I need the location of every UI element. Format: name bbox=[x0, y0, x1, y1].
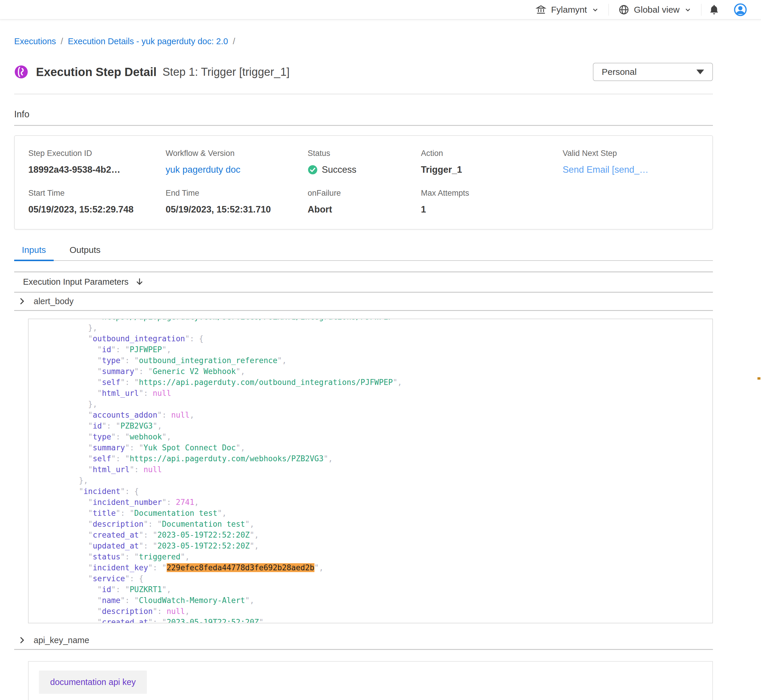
field-value: 05/19/2023, 15:52:29.748 bbox=[28, 204, 166, 215]
breadcrumb: Executions/Execution Details - yuk pager… bbox=[14, 36, 713, 46]
title-row: Execution Step Detail Step 1: Trigger [t… bbox=[14, 58, 713, 87]
page-title: Execution Step Detail bbox=[36, 66, 157, 79]
field-label: Start Time bbox=[28, 189, 166, 198]
status-text: Success bbox=[322, 164, 356, 175]
account-switcher[interactable]: Fylamynt bbox=[526, 4, 609, 15]
breadcrumb-link-0[interactable]: Executions bbox=[14, 36, 56, 46]
expander-alert-body[interactable]: alert_body bbox=[14, 293, 713, 311]
view-name: Global view bbox=[634, 5, 680, 15]
field-value: Abort bbox=[308, 204, 421, 215]
workflow-link[interactable]: yuk pagerduty doc bbox=[166, 164, 240, 175]
tab-inputs[interactable]: Inputs bbox=[14, 245, 54, 260]
field-label: End Time bbox=[166, 189, 308, 198]
expander-api-key-name[interactable]: api_key_name bbox=[14, 631, 713, 650]
account-name: Fylamynt bbox=[551, 5, 587, 15]
info-field-max-attempts: Max Attempts1 bbox=[421, 189, 563, 215]
field-label: Valid Next Step bbox=[562, 149, 699, 158]
main-content: Executions/Execution Details - yuk pager… bbox=[14, 36, 713, 700]
info-field- bbox=[562, 189, 699, 215]
info-card: Step Execution ID18992a43-9538-4b2…Workf… bbox=[14, 135, 713, 230]
title-divider bbox=[14, 94, 713, 94]
info-field-start-time: Start Time05/19/2023, 15:52:29.748 bbox=[28, 189, 166, 215]
caret-down-icon bbox=[697, 70, 704, 74]
user-avatar-button[interactable] bbox=[727, 3, 756, 16]
field-label: Workflow & Version bbox=[166, 149, 308, 158]
field-label: onFailure bbox=[308, 189, 421, 198]
top-header: Fylamynt Global view bbox=[0, 0, 761, 19]
info-field-workflow-version: Workflow & Versionyuk pagerduty doc bbox=[166, 149, 308, 175]
scope-select-value: Personal bbox=[602, 67, 637, 77]
bell-icon bbox=[708, 4, 720, 15]
api-key-name-chip[interactable]: documentation api key bbox=[39, 670, 147, 694]
scope-select[interactable]: Personal bbox=[593, 63, 713, 81]
success-check-icon bbox=[308, 165, 318, 175]
chevron-right-icon bbox=[18, 297, 26, 305]
info-field-status: StatusSuccess bbox=[308, 149, 421, 175]
globe-icon bbox=[618, 4, 629, 15]
notifications-button[interactable] bbox=[701, 4, 727, 15]
download-arrow-icon[interactable] bbox=[135, 278, 144, 286]
breadcrumb-link-1[interactable]: Execution Details - yuk pagerduty doc: 2… bbox=[68, 36, 228, 46]
fylamynt-logo-icon bbox=[14, 65, 28, 79]
chevron-down-icon bbox=[591, 6, 599, 14]
scrollbar-highlight-marker bbox=[758, 377, 760, 380]
field-label: Action bbox=[421, 149, 563, 158]
breadcrumb-separator: / bbox=[233, 36, 235, 46]
field-value: 18992a43-9538-4b2… bbox=[28, 164, 166, 175]
info-heading: Info bbox=[14, 109, 713, 120]
status-badge: Success bbox=[308, 164, 421, 175]
field-label: Status bbox=[308, 149, 421, 158]
json-code: "https://api.pagerduty.com/services/PUZK… bbox=[28, 319, 712, 623]
tab-outputs[interactable]: Outputs bbox=[62, 245, 108, 260]
expander-label: alert_body bbox=[34, 297, 74, 306]
params-title: Execution Input Parameters bbox=[23, 277, 128, 287]
next-step-link[interactable]: Send Email [send_… bbox=[562, 164, 648, 175]
field-value: Success bbox=[308, 164, 421, 175]
info-divider bbox=[14, 125, 713, 126]
field-value: 1 bbox=[421, 204, 563, 215]
expander-label: api_key_name bbox=[34, 636, 89, 645]
info-field-onfailure: onFailureAbort bbox=[308, 189, 421, 215]
api-key-name-box: documentation api key bbox=[28, 661, 713, 700]
chevron-down-icon bbox=[684, 6, 692, 14]
info-field-action: ActionTrigger_1 bbox=[421, 149, 563, 175]
page-subtitle: Step 1: Trigger [trigger_1] bbox=[163, 66, 290, 78]
field-value: yuk pagerduty doc bbox=[166, 164, 308, 175]
breadcrumb-separator: / bbox=[61, 36, 63, 46]
info-field-step-execution-id: Step Execution ID18992a43-9538-4b2… bbox=[28, 149, 166, 175]
bank-icon bbox=[536, 4, 546, 15]
chevron-right-icon bbox=[18, 636, 26, 644]
info-field-valid-next-step: Valid Next StepSend Email [send_… bbox=[562, 149, 699, 175]
info-grid: Step Execution ID18992a43-9538-4b2…Workf… bbox=[28, 149, 699, 215]
field-label: Max Attempts bbox=[421, 189, 563, 198]
field-value: 05/19/2023, 15:52:31.710 bbox=[166, 204, 308, 215]
alert-body-json-viewer[interactable]: "https://api.pagerduty.com/services/PUZK… bbox=[28, 319, 713, 623]
field-value: Trigger_1 bbox=[421, 164, 563, 175]
field-value: Send Email [send_… bbox=[562, 164, 699, 175]
execution-input-parameters-header: Execution Input Parameters bbox=[14, 272, 713, 293]
avatar-icon bbox=[734, 3, 747, 16]
view-switcher[interactable]: Global view bbox=[609, 4, 701, 15]
tab-bar: InputsOutputs bbox=[14, 245, 713, 261]
info-field-end-time: End Time05/19/2023, 15:52:31.710 bbox=[166, 189, 308, 215]
field-label: Step Execution ID bbox=[28, 149, 166, 158]
